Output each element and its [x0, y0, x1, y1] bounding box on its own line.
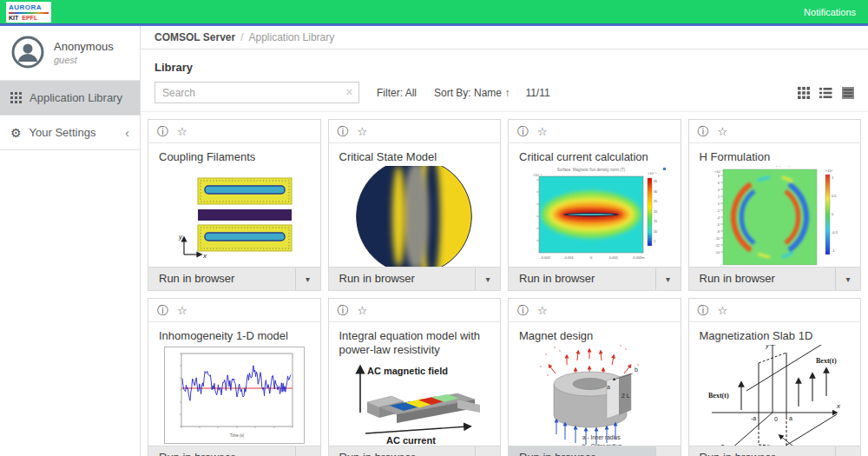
filter-control[interactable]: Filter: All [377, 87, 417, 99]
legend-inner-radius: a - Inner radius [582, 434, 621, 440]
colorbar-ticks: 10.50-0.5-1 [832, 175, 838, 253]
run-options-caret[interactable]: ▾ [295, 446, 320, 456]
coupling-filaments-thumbnail: y x [165, 169, 304, 263]
application-grid: ⓘ ☆ Coupling Filaments [141, 112, 868, 456]
detail-view-icon[interactable] [842, 87, 854, 99]
user-role: guest [54, 55, 114, 65]
x-tick: -0.001 [563, 255, 574, 260]
app-title: Integral equation model with power-law r… [329, 322, 501, 360]
run-in-browser-button[interactable]: Run in browser [148, 446, 295, 456]
colorbar-ticks: 3530252015105 [654, 180, 657, 243]
sidebar-item-application-library[interactable]: Application Library [0, 81, 140, 116]
app-card-magnetization-slab-1d: ⓘ ☆ Magnetization Slab 1D [688, 298, 862, 456]
chevron-left-icon[interactable]: ‹ [125, 126, 129, 139]
star-icon[interactable]: ☆ [358, 305, 368, 316]
top-bar: AURORA KIT EPFL Notifications [0, 0, 868, 23]
info-icon[interactable]: ⓘ [517, 126, 529, 137]
neg-a-label: -a [751, 415, 756, 421]
run-in-browser-button[interactable]: Run in browser [329, 446, 476, 456]
length-label: 2 L [621, 393, 630, 399]
info-icon[interactable]: ⓘ [157, 126, 168, 137]
app-title: H Formulation [689, 143, 861, 166]
page-title: Library [155, 61, 854, 74]
magnet-design-thumbnail: 2 L b a a - Inner radius b - Outer radiu… [516, 345, 673, 446]
app-title: Coupling Filaments [148, 143, 320, 166]
magnetization-slab-thumbnail: Bext(t) Bext(t) y x z -a 0 a HTS slab [696, 345, 852, 446]
star-icon[interactable]: ☆ [358, 126, 368, 137]
info-icon[interactable]: ⓘ [338, 126, 349, 137]
app-card-critical-current-calculation: ⓘ ☆ Critical current calculation [508, 119, 681, 291]
xlabel: Time (s) [230, 433, 245, 438]
plot-title: Surface: Magnetic flux density norm (T) [556, 168, 625, 172]
app-title: Magnetization Slab 1D [689, 322, 861, 345]
sidebar: Anonymous guest Application Library ⚙ Yo… [0, 26, 141, 456]
axis-y-label: y [178, 233, 183, 241]
inner-radius-label: a [607, 384, 610, 390]
run-options-caret[interactable]: ▾ [655, 268, 681, 290]
run-options-caret[interactable]: ▾ [475, 268, 500, 290]
search-clear-icon[interactable]: ✕ [345, 87, 353, 98]
app-card-h-formulation: ⓘ ☆ H Formulation T [688, 119, 862, 291]
axis-x-label: x [836, 402, 841, 410]
run-in-browser-button[interactable]: Run in browser [148, 268, 295, 290]
app-card-critical-state-model: ⓘ ☆ Critical State Model [328, 119, 502, 291]
run-in-browser-button[interactable]: Run in browser [509, 268, 655, 290]
breadcrumb-current: Application Library [249, 31, 335, 43]
colorbar-exponent: ×10⁸ [825, 169, 833, 173]
info-icon[interactable]: ⓘ [698, 126, 709, 137]
search-input[interactable] [155, 82, 359, 103]
run-options-caret[interactable]: ▾ [835, 446, 860, 456]
inhomogeneity-thumbnail: Time (s) [164, 347, 305, 444]
axis-x-label: x [202, 252, 207, 260]
aurora-logo: AURORA KIT EPFL [6, 2, 51, 23]
notifications-link[interactable]: Notifications [804, 7, 856, 17]
run-in-browser-button[interactable]: Run in browser [329, 268, 476, 290]
star-icon[interactable]: ☆ [718, 126, 728, 137]
breadcrumb-root[interactable]: COMSOL Server [155, 31, 235, 43]
run-options-caret[interactable]: ▾ [835, 268, 860, 290]
axis-exponent: ×10⁻⁴ [714, 169, 724, 174]
zero-label: 0 [774, 416, 778, 422]
run-options-caret[interactable]: ▾ [475, 446, 500, 456]
a-label: a [789, 415, 792, 421]
app-title: Critical State Model [329, 143, 501, 166]
colorbar-exponent: ×10⁻⁵ [648, 171, 657, 175]
axis-y-label: y [765, 345, 770, 349]
run-options-caret[interactable]: ▾ [295, 268, 320, 290]
logo-color-strip [9, 12, 49, 14]
run-in-browser-button[interactable]: Run in browser [509, 446, 655, 456]
b-ext-right-label: Bext(t) [816, 357, 837, 365]
app-card-integral-equation-model: ⓘ ☆ Integral equation model with power-l… [328, 298, 502, 456]
info-icon[interactable]: ⓘ [698, 305, 709, 316]
star-icon[interactable]: ☆ [537, 305, 548, 316]
info-icon[interactable]: ⓘ [338, 305, 349, 316]
run-options-caret[interactable]: ▾ [655, 446, 681, 456]
grid-view-icon[interactable] [798, 87, 810, 99]
app-card-coupling-filaments: ⓘ ☆ Coupling Filaments [148, 119, 321, 291]
x-tick: 0.001 [609, 255, 619, 260]
star-icon[interactable]: ☆ [177, 126, 187, 137]
logo-kit-text: KIT [9, 15, 18, 21]
avatar [10, 35, 45, 69]
star-icon[interactable]: ☆ [537, 126, 548, 137]
info-icon[interactable]: ⓘ [157, 305, 168, 316]
sidebar-item-your-settings[interactable]: ⚙ Your Settings ‹ [0, 116, 140, 150]
star-icon[interactable]: ☆ [177, 305, 187, 316]
magnetic-field-label: AC magnetic field [367, 366, 448, 376]
sort-control[interactable]: Sort By: Name ↑ [434, 87, 510, 99]
app-card-magnet-design: ⓘ ☆ Magnet design [508, 298, 681, 456]
list-view-icon[interactable] [819, 87, 832, 99]
outer-radius-label: b [635, 367, 638, 373]
run-in-browser-button[interactable]: Run in browser [689, 268, 836, 290]
star-icon[interactable]: ☆ [718, 305, 728, 316]
current-label: AC current [386, 435, 436, 446]
h-formulation-thumbnail: Time=0.02 s Current Density (A/m²) ×10⁻⁴ [697, 166, 852, 267]
user-name: Anonymous [54, 40, 114, 53]
run-in-browser-button[interactable]: Run in browser [689, 446, 836, 456]
info-icon[interactable]: ⓘ [517, 305, 529, 316]
sidebar-item-label: Application Library [30, 91, 122, 104]
logo-aurora-text: AURORA [9, 4, 49, 11]
b-ext-left-label: Bext(t) [708, 392, 729, 400]
sidebar-item-label: Your Settings [30, 126, 96, 139]
x-tick: 0.002m [633, 255, 645, 260]
